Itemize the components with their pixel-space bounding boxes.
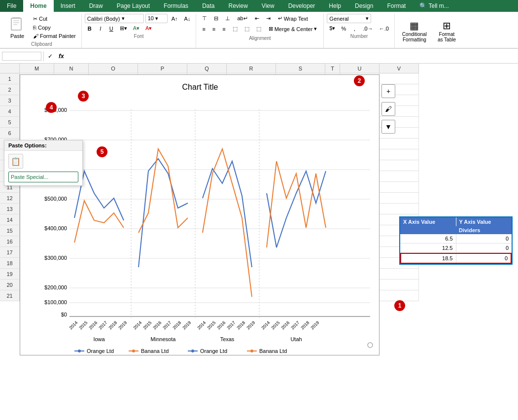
merge-center-button[interactable]: ⊠ Merge & Center ▾: [265, 24, 321, 34]
svg-text:$400,000: $400,000: [44, 225, 67, 231]
underline-button[interactable]: U: [106, 25, 116, 33]
cell-r19-c9[interactable]: [380, 269, 419, 280]
bold-button[interactable]: B: [85, 25, 95, 33]
cell-r1-c9[interactable]: [380, 73, 419, 84]
fill-color-button[interactable]: A▾: [131, 24, 142, 33]
col-header-q[interactable]: Q: [187, 64, 227, 73]
col-header-t[interactable]: T: [325, 64, 340, 73]
col-header-o[interactable]: O: [89, 64, 138, 73]
cell-r7-c9[interactable]: [380, 139, 419, 149]
increase-font-button[interactable]: A↑: [169, 15, 180, 23]
cell-r10-c9[interactable]: [380, 171, 419, 182]
align-right-button[interactable]: ≡: [219, 25, 228, 34]
font-row1: Calibri (Body) ▾ 10 ▾ A↑ A↓: [85, 14, 193, 23]
format-painter-button[interactable]: 🖌 Format Painter: [31, 32, 78, 40]
cell-r12-c9[interactable]: [380, 193, 419, 204]
chart-container[interactable]: Chart Title $800,000 $700,000 $600,000 $…: [20, 74, 380, 355]
tab-insert[interactable]: Insert: [54, 0, 82, 12]
svg-text:Texas: Texas: [220, 336, 235, 342]
copy-button[interactable]: ⎘ Copy: [31, 24, 78, 32]
svg-text:2014: 2014: [196, 320, 207, 330]
name-box[interactable]: [2, 52, 41, 61]
paste-special-button[interactable]: Paste Special...: [8, 172, 78, 182]
data-row3-y[interactable]: 0: [456, 254, 511, 263]
currency-button[interactable]: $▾: [327, 24, 338, 33]
font-size-select[interactable]: 10 ▾: [145, 14, 168, 23]
tab-developer[interactable]: Developer: [281, 0, 322, 12]
font-color-button[interactable]: A▾: [143, 24, 154, 33]
svg-text:2017: 2017: [290, 320, 300, 330]
percent-button[interactable]: %: [339, 24, 348, 33]
tab-help[interactable]: Help: [322, 0, 348, 12]
cell-r9-c9[interactable]: [380, 160, 419, 171]
paste-button[interactable]: Paste: [5, 14, 30, 40]
tab-view[interactable]: View: [255, 0, 281, 12]
cell-r20-c9[interactable]: [380, 280, 419, 290]
row-num-2: 2: [0, 84, 20, 95]
paste-option-1[interactable]: 📋: [8, 154, 23, 169]
chart-filter-button[interactable]: ▼: [381, 120, 395, 134]
align-fill-button[interactable]: ⬚: [230, 24, 241, 34]
tab-formulas[interactable]: Formulas: [157, 0, 195, 12]
col-header-p[interactable]: P: [138, 64, 187, 73]
decrease-font-button[interactable]: A↓: [182, 15, 193, 23]
cut-button[interactable]: ✂ Cut: [31, 15, 78, 23]
align-middle-button[interactable]: ⊟: [211, 14, 221, 23]
data-row1-x[interactable]: 6.5: [400, 234, 456, 243]
cell-r11-c9[interactable]: [380, 182, 419, 193]
align-distribute-button[interactable]: ⬚: [253, 24, 264, 34]
number-format-select[interactable]: General ▾: [327, 14, 371, 23]
tab-file[interactable]: File: [0, 0, 23, 12]
tab-review[interactable]: Review: [221, 0, 254, 12]
cell-r8-c9[interactable]: [380, 149, 419, 160]
tab-design[interactable]: Design: [348, 0, 380, 12]
col-header-m[interactable]: M: [20, 64, 54, 73]
svg-text:$100,000: $100,000: [44, 299, 67, 305]
cell-r21-c9[interactable]: [380, 290, 419, 301]
align-left-button[interactable]: ≡: [199, 25, 208, 34]
indent-decrease-button[interactable]: ⇤: [252, 14, 262, 23]
cancel-formula-button[interactable]: ✓: [46, 52, 55, 60]
conditional-formatting-button[interactable]: ▦ Conditional Formatting: [398, 18, 431, 44]
data-table-subheader: Dividers: [400, 226, 512, 234]
align-justify-button[interactable]: ⬚: [242, 24, 252, 34]
confirm-formula-button[interactable]: fx: [57, 52, 66, 60]
chart-style-button[interactable]: 🖌: [381, 102, 395, 116]
col-header-u[interactable]: U: [340, 64, 380, 73]
font-face-select[interactable]: Calibri (Body) ▾: [85, 14, 144, 23]
data-row2-y[interactable]: 0: [456, 244, 512, 252]
col-header-r[interactable]: R: [227, 64, 276, 73]
align-bottom-button[interactable]: ⊥: [222, 14, 233, 23]
svg-text:2018: 2018: [107, 320, 118, 330]
formula-input[interactable]: [68, 52, 516, 61]
chart-add-element-button[interactable]: +: [381, 84, 395, 98]
align-row2: ≡ ≡ ≡ ⬚ ⬚ ⬚ ⊠ Merge & Center ▾: [199, 24, 320, 34]
cell-r13-c9[interactable]: [380, 204, 419, 214]
col-header-v[interactable]: V: [380, 64, 419, 73]
scissors-icon: ✂: [33, 16, 37, 22]
col-header-s[interactable]: S: [276, 64, 325, 73]
comma-button[interactable]: ,: [349, 24, 359, 33]
italic-button[interactable]: I: [96, 25, 105, 33]
tab-home[interactable]: Home: [23, 0, 53, 12]
data-row3-x[interactable]: 18.5: [401, 254, 456, 263]
text-direction-button[interactable]: ab↵: [234, 14, 250, 23]
data-table-sub-col2: Dividers: [456, 226, 512, 234]
tab-draw[interactable]: Draw: [82, 0, 110, 12]
decrease-decimal-button[interactable]: ←.0: [377, 24, 391, 33]
formula-divider: [43, 51, 44, 61]
increase-decimal-button[interactable]: .0→: [360, 24, 375, 33]
wrap-text-button[interactable]: ↵ Wrap Text: [275, 14, 311, 23]
tab-format[interactable]: Format: [380, 0, 413, 12]
format-as-table-button[interactable]: ⊞ Format as Table: [433, 18, 460, 44]
tell-me[interactable]: 🔍 Tell m...: [413, 0, 455, 12]
tab-data[interactable]: Data: [195, 0, 221, 12]
border-button[interactable]: ⊞▾: [117, 24, 130, 33]
tab-page-layout[interactable]: Page Layout: [110, 0, 157, 12]
indent-increase-button[interactable]: ⇥: [263, 14, 274, 23]
data-row1-y[interactable]: 0: [456, 234, 512, 243]
col-header-n[interactable]: N: [54, 64, 89, 73]
align-center-button[interactable]: ≡: [209, 25, 218, 34]
data-row2-x[interactable]: 12.5: [400, 244, 456, 252]
align-top-button[interactable]: ⊤: [199, 14, 210, 23]
